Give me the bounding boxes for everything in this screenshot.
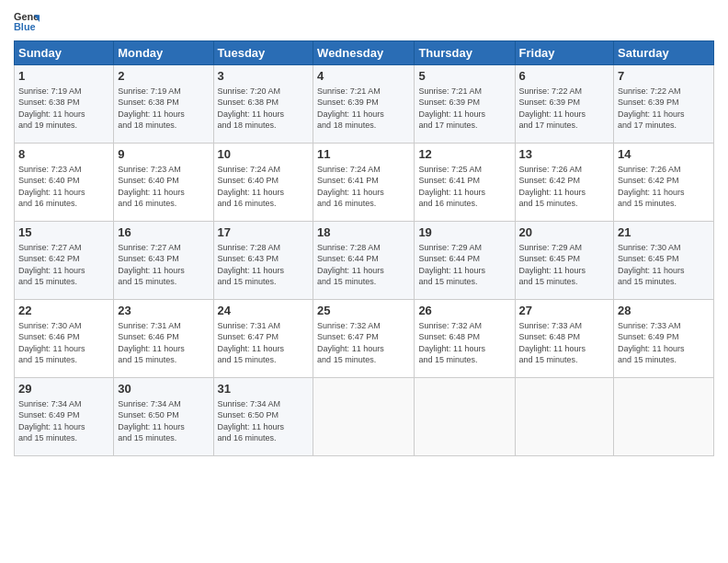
header-saturday: Saturday [614,41,714,65]
calendar-week-2: 8Sunrise: 7:23 AM Sunset: 6:40 PM Daylig… [15,144,714,222]
day-info: Sunrise: 7:22 AM Sunset: 6:39 PM Dayligh… [618,86,710,132]
day-info: Sunrise: 7:26 AM Sunset: 6:42 PM Dayligh… [519,164,610,210]
day-number: 29 [18,381,109,397]
header-thursday: Thursday [415,41,515,65]
calendar-cell: 2Sunrise: 7:19 AM Sunset: 6:38 PM Daylig… [114,65,213,144]
day-info: Sunrise: 7:31 AM Sunset: 6:47 PM Dayligh… [218,320,310,366]
calendar-cell: 9Sunrise: 7:23 AM Sunset: 6:40 PM Daylig… [114,144,213,222]
calendar-week-3: 15Sunrise: 7:27 AM Sunset: 6:42 PM Dayli… [15,222,714,300]
calendar-cell: 12Sunrise: 7:25 AM Sunset: 6:41 PM Dayli… [415,144,515,222]
day-number: 15 [18,224,109,241]
calendar-cell: 11Sunrise: 7:24 AM Sunset: 6:41 PM Dayli… [313,144,415,222]
header-monday: Monday [114,41,213,65]
day-number: 23 [118,303,209,319]
day-number: 20 [519,224,610,241]
calendar-cell: 14Sunrise: 7:26 AM Sunset: 6:42 PM Dayli… [614,144,714,222]
day-info: Sunrise: 7:19 AM Sunset: 6:38 PM Dayligh… [118,86,209,132]
day-number: 8 [18,146,109,163]
calendar-week-1: 1Sunrise: 7:19 AM Sunset: 6:38 PM Daylig… [15,65,714,144]
day-info: Sunrise: 7:27 AM Sunset: 6:42 PM Dayligh… [18,242,109,288]
calendar-cell: 15Sunrise: 7:27 AM Sunset: 6:42 PM Dayli… [15,222,114,300]
day-info: Sunrise: 7:27 AM Sunset: 6:43 PM Dayligh… [118,242,209,288]
day-info: Sunrise: 7:29 AM Sunset: 6:45 PM Dayligh… [519,242,610,288]
calendar-week-5: 29Sunrise: 7:34 AM Sunset: 6:49 PM Dayli… [15,378,714,456]
calendar-cell: 31Sunrise: 7:34 AM Sunset: 6:50 PM Dayli… [213,378,313,456]
day-info: Sunrise: 7:26 AM Sunset: 6:42 PM Dayligh… [618,164,710,210]
page-container: General Blue SundayMondayTuesdayWednesda… [0,0,728,461]
calendar-cell: 3Sunrise: 7:20 AM Sunset: 6:38 PM Daylig… [213,65,313,144]
calendar-cell [415,378,515,456]
calendar-cell: 1Sunrise: 7:19 AM Sunset: 6:38 PM Daylig… [15,65,114,144]
day-number: 24 [218,303,310,319]
day-number: 21 [618,224,710,241]
day-info: Sunrise: 7:32 AM Sunset: 6:48 PM Dayligh… [418,320,510,366]
day-number: 26 [418,303,510,319]
calendar-week-4: 22Sunrise: 7:30 AM Sunset: 6:46 PM Dayli… [15,300,714,378]
day-number: 13 [519,146,610,163]
header-friday: Friday [515,41,614,65]
day-info: Sunrise: 7:21 AM Sunset: 6:39 PM Dayligh… [418,86,510,132]
calendar-cell: 8Sunrise: 7:23 AM Sunset: 6:40 PM Daylig… [15,144,114,222]
day-info: Sunrise: 7:24 AM Sunset: 6:40 PM Dayligh… [218,164,310,210]
calendar-cell: 10Sunrise: 7:24 AM Sunset: 6:40 PM Dayli… [213,144,313,222]
calendar-cell: 13Sunrise: 7:26 AM Sunset: 6:42 PM Dayli… [515,144,614,222]
calendar-table: SundayMondayTuesdayWednesdayThursdayFrid… [14,40,714,456]
day-number: 4 [317,68,410,85]
day-info: Sunrise: 7:28 AM Sunset: 6:44 PM Dayligh… [317,242,410,288]
day-info: Sunrise: 7:21 AM Sunset: 6:39 PM Dayligh… [317,86,410,132]
day-info: Sunrise: 7:30 AM Sunset: 6:45 PM Dayligh… [618,242,710,288]
calendar-cell [614,378,714,456]
day-info: Sunrise: 7:33 AM Sunset: 6:48 PM Dayligh… [519,320,610,366]
calendar-cell: 19Sunrise: 7:29 AM Sunset: 6:44 PM Dayli… [415,222,515,300]
calendar-cell: 5Sunrise: 7:21 AM Sunset: 6:39 PM Daylig… [415,65,515,144]
day-info: Sunrise: 7:32 AM Sunset: 6:47 PM Dayligh… [317,320,410,366]
day-number: 1 [18,68,109,85]
day-info: Sunrise: 7:23 AM Sunset: 6:40 PM Dayligh… [18,164,109,210]
calendar-cell: 21Sunrise: 7:30 AM Sunset: 6:45 PM Dayli… [614,222,714,300]
day-number: 31 [218,381,310,397]
header-sunday: Sunday [15,41,114,65]
day-info: Sunrise: 7:25 AM Sunset: 6:41 PM Dayligh… [418,164,510,210]
day-number: 14 [618,146,710,163]
calendar-cell: 7Sunrise: 7:22 AM Sunset: 6:39 PM Daylig… [614,65,714,144]
calendar-cell: 4Sunrise: 7:21 AM Sunset: 6:39 PM Daylig… [313,65,415,144]
calendar-cell: 17Sunrise: 7:28 AM Sunset: 6:43 PM Dayli… [213,222,313,300]
day-number: 7 [618,68,710,85]
day-number: 2 [118,68,209,85]
day-number: 27 [519,303,610,319]
day-info: Sunrise: 7:33 AM Sunset: 6:49 PM Dayligh… [618,320,710,366]
day-info: Sunrise: 7:23 AM Sunset: 6:40 PM Dayligh… [118,164,209,210]
day-number: 30 [118,381,209,397]
day-info: Sunrise: 7:31 AM Sunset: 6:46 PM Dayligh… [118,320,209,366]
calendar-cell [515,378,614,456]
calendar-cell: 18Sunrise: 7:28 AM Sunset: 6:44 PM Dayli… [313,222,415,300]
day-number: 18 [317,224,410,241]
calendar-cell: 30Sunrise: 7:34 AM Sunset: 6:50 PM Dayli… [114,378,213,456]
day-number: 10 [218,146,310,163]
calendar-cell: 16Sunrise: 7:27 AM Sunset: 6:43 PM Dayli… [114,222,213,300]
header-wednesday: Wednesday [313,41,415,65]
calendar-cell: 28Sunrise: 7:33 AM Sunset: 6:49 PM Dayli… [614,300,714,378]
day-info: Sunrise: 7:29 AM Sunset: 6:44 PM Dayligh… [418,242,510,288]
header-tuesday: Tuesday [213,41,313,65]
calendar-header-row: SundayMondayTuesdayWednesdayThursdayFrid… [15,41,714,65]
day-info: Sunrise: 7:34 AM Sunset: 6:49 PM Dayligh… [18,398,109,444]
day-number: 9 [118,146,209,163]
day-info: Sunrise: 7:28 AM Sunset: 6:43 PM Dayligh… [218,242,310,288]
day-number: 22 [18,303,109,319]
calendar-cell: 25Sunrise: 7:32 AM Sunset: 6:47 PM Dayli… [313,300,415,378]
day-number: 6 [519,68,610,85]
calendar-cell: 29Sunrise: 7:34 AM Sunset: 6:49 PM Dayli… [15,378,114,456]
calendar-cell [313,378,415,456]
calendar-cell: 27Sunrise: 7:33 AM Sunset: 6:48 PM Dayli… [515,300,614,378]
day-info: Sunrise: 7:22 AM Sunset: 6:39 PM Dayligh… [519,86,610,132]
day-info: Sunrise: 7:19 AM Sunset: 6:38 PM Dayligh… [18,86,109,132]
day-info: Sunrise: 7:34 AM Sunset: 6:50 PM Dayligh… [118,398,209,444]
calendar-cell: 26Sunrise: 7:32 AM Sunset: 6:48 PM Dayli… [415,300,515,378]
day-info: Sunrise: 7:30 AM Sunset: 6:46 PM Dayligh… [18,320,109,366]
day-number: 17 [218,224,310,241]
calendar-cell: 24Sunrise: 7:31 AM Sunset: 6:47 PM Dayli… [213,300,313,378]
logo-icon: General Blue [14,9,40,35]
calendar-cell: 22Sunrise: 7:30 AM Sunset: 6:46 PM Dayli… [15,300,114,378]
calendar-cell: 23Sunrise: 7:31 AM Sunset: 6:46 PM Dayli… [114,300,213,378]
